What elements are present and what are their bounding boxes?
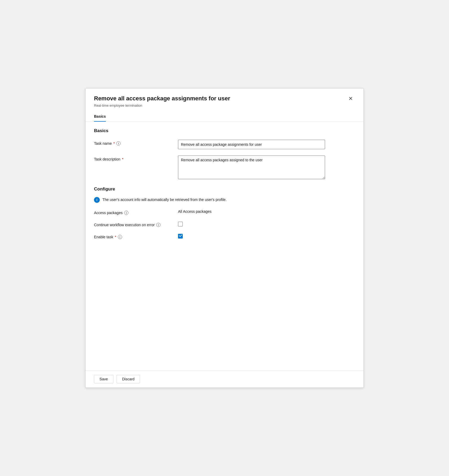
task-name-row: Task name * i bbox=[94, 140, 355, 149]
close-icon: ✕ bbox=[348, 96, 353, 101]
info-banner-text: The user's account info will automatical… bbox=[102, 197, 227, 202]
continue-workflow-label: Continue workflow execution on error i bbox=[94, 221, 178, 227]
dialog-title-block: Remove all access package assignments fo… bbox=[94, 95, 346, 107]
tab-basics[interactable]: Basics bbox=[94, 112, 106, 122]
info-banner-icon: i bbox=[94, 197, 100, 203]
task-description-required-star: * bbox=[122, 157, 123, 161]
task-name-input[interactable] bbox=[178, 140, 325, 149]
task-name-input-area bbox=[178, 140, 355, 149]
task-description-input[interactable] bbox=[178, 156, 325, 179]
dialog-tabs: Basics bbox=[86, 112, 363, 122]
enable-task-info-icon[interactable]: i bbox=[118, 235, 122, 239]
enable-task-checkbox[interactable] bbox=[178, 234, 183, 239]
access-packages-value: All Access packages bbox=[178, 208, 212, 214]
access-packages-label: Access packages i bbox=[94, 209, 178, 215]
close-button[interactable]: ✕ bbox=[346, 95, 355, 102]
configure-section: Configure i The user's account info will… bbox=[94, 187, 355, 239]
save-button[interactable]: Save bbox=[94, 375, 113, 383]
dialog-header: Remove all access package assignments fo… bbox=[86, 89, 363, 112]
enable-task-label: Enable task * i bbox=[94, 233, 178, 239]
task-name-info-icon[interactable]: i bbox=[116, 141, 121, 146]
task-description-label: Task description * bbox=[94, 156, 178, 161]
enable-task-input-area bbox=[178, 233, 355, 239]
dialog-content: Basics Task name * i Task description * bbox=[86, 122, 363, 370]
dialog-title: Remove all access package assignments fo… bbox=[94, 95, 346, 102]
access-packages-info-icon[interactable]: i bbox=[124, 211, 128, 215]
task-name-required-star: * bbox=[113, 141, 115, 146]
dialog-footer: Save Discard bbox=[86, 370, 363, 387]
discard-button[interactable]: Discard bbox=[117, 375, 140, 383]
continue-workflow-input-area bbox=[178, 221, 355, 226]
enable-task-row: Enable task * i bbox=[94, 233, 355, 239]
continue-workflow-row: Continue workflow execution on error i bbox=[94, 221, 355, 227]
dialog-container: Remove all access package assignments fo… bbox=[85, 88, 364, 388]
task-description-input-area bbox=[178, 156, 355, 180]
task-name-label: Task name * i bbox=[94, 140, 178, 146]
task-description-row: Task description * bbox=[94, 156, 355, 180]
access-packages-value-area: All Access packages bbox=[178, 209, 355, 214]
continue-workflow-checkbox[interactable] bbox=[178, 222, 183, 226]
enable-task-required-star: * bbox=[115, 235, 116, 239]
continue-workflow-info-icon[interactable]: i bbox=[156, 223, 160, 227]
dialog-subtitle: Real-time employee termination bbox=[94, 104, 346, 107]
info-banner: i The user's account info will automatic… bbox=[94, 197, 355, 203]
access-packages-row: Access packages i All Access packages bbox=[94, 209, 355, 215]
basics-section-heading: Basics bbox=[94, 128, 355, 133]
configure-section-heading: Configure bbox=[94, 187, 355, 192]
